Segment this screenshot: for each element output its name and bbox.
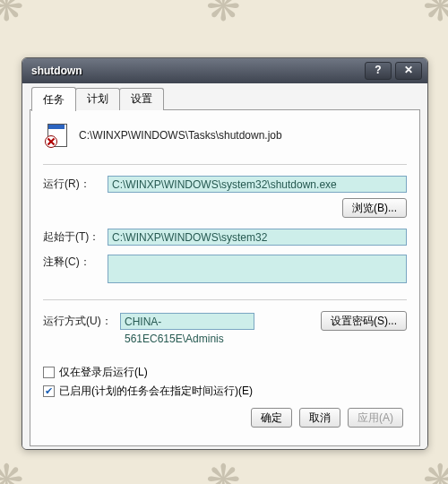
ok-button[interactable]: 确定 bbox=[251, 408, 292, 428]
job-file-path: C:\WINXP\WINDOWS\Tasks\shutdown.job bbox=[79, 129, 282, 142]
tab-task[interactable]: 任务 bbox=[31, 87, 76, 111]
login-only-checkbox[interactable] bbox=[43, 367, 55, 378]
comments-row: 注释(C)： bbox=[43, 255, 407, 283]
help-button[interactable]: ? bbox=[365, 62, 392, 80]
enabled-checkbox[interactable]: ✔ bbox=[43, 385, 55, 397]
job-file-icon bbox=[45, 123, 70, 148]
tab-schedule[interactable]: 计划 bbox=[75, 88, 120, 110]
enabled-label: 已启用(计划的任务会在指定时间运行)(E) bbox=[59, 384, 253, 399]
comments-input[interactable] bbox=[108, 255, 407, 283]
dialog-buttons: 确定 取消 应用(A) bbox=[43, 408, 407, 428]
window-title: shutdown bbox=[31, 65, 361, 77]
run-as-row: 运行方式(U)： CHINA-561EC615E\Adminis 设置密码(S)… bbox=[43, 311, 407, 331]
cancel-button[interactable]: 取消 bbox=[299, 408, 340, 428]
start-in-input[interactable]: C:\WINXP\WINDOWS\system32 bbox=[108, 229, 407, 246]
run-as-label: 运行方式(U)： bbox=[43, 314, 120, 329]
title-bar[interactable]: shutdown ? ✕ bbox=[22, 58, 427, 83]
tab-strip: 任务 计划 设置 bbox=[31, 91, 420, 110]
start-in-row: 起始于(T)： C:\WINXP\WINDOWS\system32 bbox=[43, 229, 407, 246]
close-button[interactable]: ✕ bbox=[395, 62, 422, 80]
start-in-label: 起始于(T)： bbox=[43, 229, 108, 245]
browse-button[interactable]: 浏览(B)... bbox=[342, 198, 407, 218]
comments-label: 注释(C)： bbox=[43, 255, 108, 270]
run-row: 运行(R)： C:\WINXP\WINDOWS\system32\shutdow… bbox=[43, 176, 407, 193]
login-only-label: 仅在登录后运行(L) bbox=[59, 365, 148, 380]
client-area: 任务 计划 设置 C:\WINXP\WINDOWS\Tasks\shutdown… bbox=[22, 83, 427, 449]
divider bbox=[43, 164, 407, 165]
run-input[interactable]: C:\WINXP\WINDOWS\system32\shutdown.exe bbox=[108, 176, 407, 193]
login-only-row: 仅在登录后运行(L) bbox=[43, 365, 407, 380]
apply-button: 应用(A) bbox=[348, 408, 403, 428]
divider bbox=[43, 299, 407, 300]
run-label: 运行(R)： bbox=[43, 177, 108, 192]
job-file-row: C:\WINXP\WINDOWS\Tasks\shutdown.job bbox=[45, 123, 407, 148]
dialog-window: shutdown ? ✕ 任务 计划 设置 C:\WINXP\WINDOWS\T… bbox=[22, 57, 428, 450]
tab-panel-task: C:\WINXP\WINDOWS\Tasks\shutdown.job 运行(R… bbox=[30, 109, 420, 446]
run-as-input[interactable]: CHINA-561EC615E\Adminis bbox=[120, 313, 254, 330]
tab-settings[interactable]: 设置 bbox=[119, 88, 164, 110]
enabled-row: ✔ 已启用(计划的任务会在指定时间运行)(E) bbox=[43, 384, 407, 399]
set-password-button[interactable]: 设置密码(S)... bbox=[321, 311, 407, 331]
